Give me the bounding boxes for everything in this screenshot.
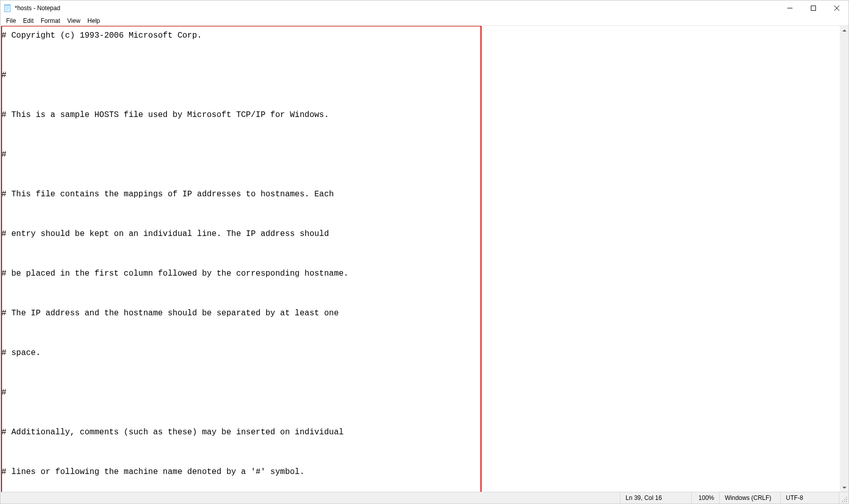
resize-grip[interactable]	[839, 492, 848, 503]
highlight-box: # Copyright (c) 1993-2006 Microsoft Corp…	[2, 26, 481, 492]
notepad-icon	[4, 4, 12, 12]
svg-marker-11	[842, 487, 846, 489]
close-button[interactable]	[825, 1, 848, 16]
window-title: *hosts - Notepad	[15, 5, 60, 12]
chevron-down-icon	[842, 487, 846, 489]
text-editor[interactable]: # Copyright (c) 1993-2006 Microsoft Corp…	[1, 26, 840, 492]
minimize-button[interactable]	[778, 1, 802, 16]
menubar: File Edit Format View Help	[1, 16, 848, 26]
menu-help[interactable]: Help	[84, 16, 104, 25]
maximize-icon	[811, 6, 816, 11]
close-icon	[834, 6, 839, 11]
svg-point-14	[846, 499, 847, 500]
status-encoding: UTF-8	[781, 492, 839, 503]
status-zoom: 100%	[692, 492, 720, 503]
menu-edit[interactable]: Edit	[19, 16, 37, 25]
notepad-window: *hosts - Notepad File Edit Format View H…	[0, 0, 849, 504]
menu-format[interactable]: Format	[37, 16, 64, 25]
window-controls	[778, 1, 848, 16]
status-spacer	[1, 492, 620, 503]
svg-marker-10	[842, 29, 846, 32]
scroll-track[interactable]	[840, 35, 848, 483]
svg-point-12	[846, 497, 847, 498]
svg-rect-1	[5, 5, 10, 6]
menu-file[interactable]: File	[3, 16, 19, 25]
menu-view[interactable]: View	[64, 16, 84, 25]
maximize-button[interactable]	[802, 1, 825, 16]
editor-area: # Copyright (c) 1993-2006 Microsoft Corp…	[1, 26, 848, 492]
svg-point-15	[842, 501, 843, 502]
statusbar: Ln 39, Col 16 100% Windows (CRLF) UTF-8	[1, 492, 848, 503]
svg-point-13	[844, 499, 845, 500]
grip-icon	[841, 496, 847, 502]
scroll-up-button[interactable]	[840, 26, 848, 35]
status-eol: Windows (CRLF)	[720, 492, 781, 503]
svg-point-16	[844, 501, 845, 502]
titlebar-left: *hosts - Notepad	[4, 4, 60, 12]
svg-point-17	[846, 501, 847, 502]
titlebar[interactable]: *hosts - Notepad	[1, 1, 848, 16]
scroll-down-button[interactable]	[840, 483, 848, 492]
minimize-icon	[787, 6, 793, 11]
svg-rect-7	[811, 6, 816, 11]
chevron-up-icon	[842, 29, 846, 32]
status-position: Ln 39, Col 16	[620, 492, 692, 503]
vertical-scrollbar[interactable]	[840, 26, 848, 492]
